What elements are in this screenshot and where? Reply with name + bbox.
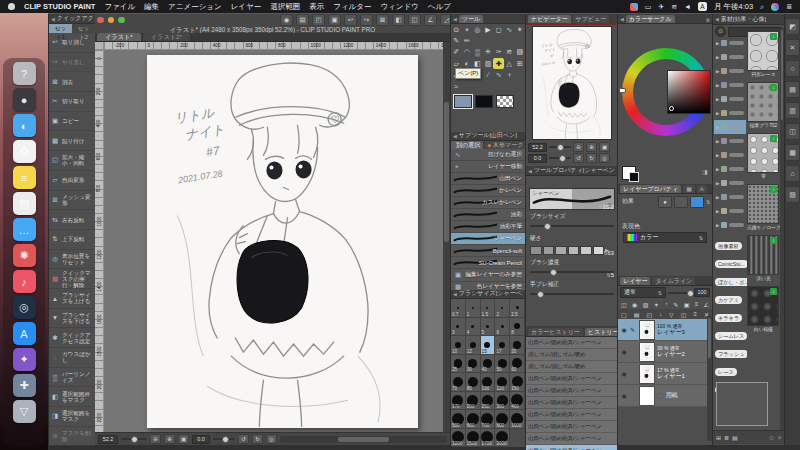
display-status-icon[interactable]: ▭ bbox=[645, 0, 652, 13]
new-raster-icon[interactable]: ▢ bbox=[621, 311, 627, 318]
material-shortcut-2[interactable]: ✕ bbox=[785, 39, 800, 56]
brush-size-cell[interactable]: 40 bbox=[481, 355, 496, 374]
navigator-zoom-in-icon[interactable]: ⊕ bbox=[586, 142, 597, 152]
tool-cell[interactable] bbox=[504, 80, 515, 91]
border-effect-shortcut-icon[interactable]: ▦ bbox=[683, 185, 695, 193]
messages-icon[interactable]: … bbox=[13, 218, 36, 241]
layer-row[interactable]: ▢ 39 % 通常 レイヤー2 bbox=[618, 341, 712, 363]
navigator-thumbnail[interactable] bbox=[532, 26, 612, 140]
brush-size-cell[interactable]: 50 bbox=[495, 355, 510, 374]
tool-cell[interactable] bbox=[483, 80, 494, 91]
tool-cell[interactable] bbox=[472, 80, 483, 91]
layer-visibility-eye-icon[interactable] bbox=[620, 326, 628, 333]
effect-stepper-icon[interactable]: ⇅ bbox=[706, 199, 710, 205]
history-item[interactable]: 山田ペン/固め絵具/シャーペン bbox=[526, 409, 617, 421]
new-file-icon[interactable]: ▤ bbox=[296, 14, 309, 26]
history-item[interactable]: 山田ペン/固め絵具/シャーペン bbox=[526, 337, 617, 349]
tree-disclosure-icon[interactable]: ▶ bbox=[716, 69, 719, 74]
tone-effect-icon[interactable] bbox=[674, 196, 688, 208]
open-file-icon[interactable]: ◰ bbox=[312, 14, 325, 26]
menubar-menu-item[interactable]: フィルター bbox=[333, 2, 371, 12]
main-color-swatch[interactable] bbox=[454, 95, 472, 108]
brush-size-cell[interactable]: 25 bbox=[451, 355, 466, 374]
material-tag[interactable]: レース bbox=[715, 368, 737, 376]
curve-tool-icon[interactable]: ∿ bbox=[493, 69, 504, 80]
rotation-readout[interactable]: 0.0 bbox=[192, 435, 210, 444]
fit-to-screen-button[interactable]: ▣ bbox=[178, 434, 189, 444]
collapse-panel-icon[interactable]: ◀ bbox=[51, 16, 55, 22]
undo-icon[interactable]: ↩ bbox=[344, 14, 357, 26]
material-shortcut-6[interactable]: ◫ bbox=[785, 123, 800, 140]
material-tree-item[interactable]: ▶ bbox=[714, 64, 746, 78]
decoration-tool-icon[interactable]: ✳ bbox=[483, 47, 494, 58]
quick-access-item[interactable]: ↪ やり直し bbox=[49, 53, 95, 73]
brush-size-cell[interactable]: 120 bbox=[495, 373, 510, 392]
brush-size-cell[interactable]: 60 bbox=[510, 355, 525, 374]
tool-cell[interactable] bbox=[514, 80, 525, 91]
lasso-tool-icon[interactable]: ∿ bbox=[504, 24, 515, 35]
brush-size-cell[interactable]: 250 bbox=[481, 392, 496, 411]
list-icon[interactable]: ≡ bbox=[693, 311, 697, 317]
brush-size-cell[interactable]: 600 bbox=[466, 410, 481, 429]
material-tree-item[interactable]: ▶ bbox=[714, 204, 746, 218]
material-thumbnail[interactable]: ↓ bbox=[747, 184, 779, 224]
transform-icon[interactable]: ◱ bbox=[408, 14, 421, 26]
material-tree-item[interactable]: ▶ bbox=[714, 78, 746, 92]
brush-size-cell[interactable]: 1700 bbox=[481, 429, 496, 448]
tree-disclosure-icon[interactable]: ▶ bbox=[716, 55, 719, 60]
navigator-rotate-right-icon[interactable]: ↻ bbox=[586, 153, 597, 163]
layer-opacity-value[interactable]: 100 bbox=[694, 288, 710, 297]
notes-icon[interactable]: ≡ bbox=[13, 166, 36, 189]
airbrush-tool-icon[interactable]: ▒ bbox=[472, 47, 483, 58]
wand-tool-icon[interactable]: ✶ bbox=[514, 24, 525, 35]
layer-row[interactable]: ▢ 100 % 通常 レイヤー3 bbox=[618, 319, 712, 341]
material-shortcut-5[interactable]: ▥ bbox=[785, 102, 800, 119]
brush-size-cell[interactable]: 70 bbox=[451, 373, 466, 392]
subtool-group-tab[interactable]: 別の選択 bbox=[451, 141, 483, 149]
rotate-view-tool-icon[interactable]: ◎ bbox=[472, 24, 483, 35]
clear-icon[interactable]: ⊠ bbox=[376, 14, 389, 26]
material-tree-item[interactable]: ▶ bbox=[714, 106, 746, 120]
material-tag[interactable]: シームレス bbox=[715, 332, 747, 340]
subtool-item[interactable]: SU-Cream Pencil bbox=[451, 257, 525, 269]
tree-disclosure-icon[interactable]: ▶ bbox=[716, 97, 719, 102]
line-tool-icon[interactable]: ∕ bbox=[483, 69, 494, 80]
quick-access-item[interactable]: ▣ コピー bbox=[49, 112, 95, 132]
tree-disclosure-icon[interactable]: ▶ bbox=[716, 111, 719, 116]
mask2-icon[interactable]: ◫ bbox=[681, 311, 687, 318]
stepper-icon[interactable]: ⇅ bbox=[599, 204, 603, 210]
menubar-menu-item[interactable]: アニメーション bbox=[168, 2, 222, 12]
menubar-app-name[interactable]: CLIP STUDIO PAINT bbox=[24, 2, 95, 11]
navigator-zoom-out-icon[interactable]: ⊖ bbox=[573, 142, 584, 152]
pencil-tool-icon[interactable]: ✏ bbox=[462, 35, 473, 46]
mask-enable-icon[interactable]: ▣ bbox=[684, 301, 690, 308]
tree-disclosure-icon[interactable]: ▶ bbox=[716, 153, 719, 158]
apple-menu-icon[interactable] bbox=[8, 3, 15, 10]
mask-link-icon[interactable]: ≡ bbox=[695, 301, 699, 307]
material-item[interactable]: ↓ 円形レース bbox=[747, 31, 780, 79]
control-center-icon[interactable]: ≣ bbox=[786, 0, 792, 13]
creative-icon[interactable]: ✦ bbox=[13, 348, 36, 371]
q-icon[interactable]: ? bbox=[13, 62, 36, 85]
deco-highlight-tool-icon[interactable]: ✚ bbox=[493, 58, 504, 69]
tree-disclosure-icon[interactable]: ▶ bbox=[716, 125, 719, 130]
layer-name[interactable]: レイヤー2 bbox=[657, 351, 685, 358]
history-item[interactable]: 山田ペン/固め絵具/シャーペン bbox=[526, 433, 617, 445]
brush-size-cell[interactable]: 1 bbox=[466, 299, 481, 318]
material-tree-item[interactable]: ▶ bbox=[714, 176, 746, 190]
quick-access-item[interactable]: ⊠ 消去 bbox=[49, 72, 95, 92]
brush-size-cell[interactable]: 10 bbox=[451, 336, 466, 355]
close-window-button[interactable] bbox=[97, 17, 104, 24]
tool-cell[interactable] bbox=[462, 80, 473, 91]
navigator-fit-icon[interactable]: ▣ bbox=[599, 142, 610, 152]
new-vector-icon[interactable]: ▤ bbox=[634, 311, 640, 318]
navigator-tab[interactable]: ナビゲーター bbox=[528, 15, 571, 23]
gradient-tool-icon[interactable]: ▥ bbox=[483, 58, 494, 69]
material-shortcut-1[interactable]: ◩ bbox=[785, 18, 800, 35]
zoom-tool-icon[interactable]: ⊙ bbox=[451, 24, 462, 35]
subtool-item[interactable]: カスレかレペン bbox=[451, 197, 525, 209]
brush-size-cell[interactable]: 17 bbox=[495, 336, 510, 355]
layers-tab[interactable]: レイヤー bbox=[620, 277, 650, 285]
marker-tool-icon[interactable]: ✑ bbox=[493, 47, 504, 58]
subtool-item[interactable]: Bpencil-soft bbox=[451, 245, 525, 257]
